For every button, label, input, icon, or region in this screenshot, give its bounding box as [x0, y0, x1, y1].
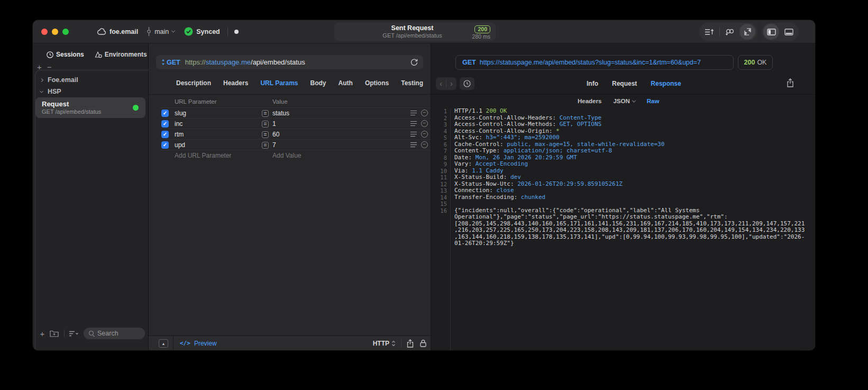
request-url-bar[interactable]: GET https://statuspage.me/api/embed/stat… — [156, 55, 423, 69]
response-view-tabs: Headers JSON Raw — [578, 95, 659, 107]
history-nav: ‹ › — [436, 77, 456, 90]
flow-button[interactable] — [721, 24, 737, 40]
preview-button[interactable]: Preview — [194, 340, 217, 347]
request-method[interactable]: GET — [167, 59, 180, 66]
minimize-button[interactable] — [52, 29, 58, 35]
sync-status[interactable]: Synced — [184, 27, 220, 36]
branch-selector[interactable]: main — [147, 27, 175, 36]
tab-description[interactable]: Description — [176, 79, 211, 87]
tab-headers[interactable]: Headers — [223, 79, 248, 87]
request-footer-bar: ▲ </> Preview HTTP — [149, 335, 431, 350]
param-name-field[interactable]: rtm — [175, 131, 184, 138]
remove-row-icon[interactable]: − — [421, 141, 428, 148]
lock-icon[interactable] — [420, 339, 426, 347]
tab-options[interactable]: Options — [365, 79, 389, 87]
titlebar-tools-group — [699, 23, 757, 41]
tree-item-foe-email[interactable]: Foe.email — [40, 75, 144, 85]
row-menu-icon[interactable] — [410, 142, 417, 148]
remove-row-icon[interactable]: − — [421, 120, 428, 127]
add-value-placeholder[interactable]: Add Value — [272, 152, 301, 159]
request-editor-pane: GET https://statuspage.me/api/embed/stat… — [149, 43, 431, 350]
sent-request-url-box[interactable]: GET https://statuspage.me/api/embed/stat… — [455, 55, 734, 70]
close-button[interactable] — [41, 29, 48, 35]
back-button[interactable]: ‹ — [440, 78, 442, 89]
remove-row-icon[interactable]: − — [421, 110, 428, 116]
sent-request-pill[interactable]: Sent Request GET /api/embed/status 200 2… — [334, 23, 496, 41]
project-menu[interactable]: foe.email — [97, 28, 138, 35]
param-name-field[interactable]: slug — [175, 110, 186, 117]
history-button[interactable] — [460, 77, 474, 90]
header-value: close — [496, 187, 514, 194]
window-controls — [41, 29, 69, 35]
param-value-field[interactable]: 7 — [272, 141, 276, 149]
chevron-right-icon — [40, 78, 43, 81]
add-param-placeholder[interactable]: Add URL Parameter — [175, 152, 232, 159]
param-checkbox[interactable]: ✓ — [161, 120, 169, 128]
header-value: h3=":443"; ma=2592000 — [486, 134, 560, 141]
request-list-button[interactable] — [701, 24, 717, 40]
protocol-stepper-icon[interactable] — [391, 340, 396, 347]
view-json-dropdown[interactable]: JSON — [613, 98, 635, 104]
param-name-field[interactable]: upd — [175, 141, 185, 149]
param-value-field[interactable]: 60 — [272, 131, 279, 138]
toggle-left-panel-button[interactable] — [763, 24, 779, 40]
line-number: 2 — [435, 115, 447, 122]
tree-item-label: Foe.email — [48, 76, 78, 84]
column-header-value: Value — [272, 98, 288, 105]
row-menu-icon[interactable] — [410, 121, 417, 126]
cloud-icon — [97, 28, 106, 35]
row-menu-icon[interactable] — [410, 110, 417, 116]
param-value-field[interactable]: 1 — [272, 120, 276, 128]
view-raw[interactable]: Raw — [647, 98, 660, 104]
tab-environments[interactable]: Environments — [95, 51, 147, 58]
tab-auth[interactable]: Auth — [339, 79, 353, 87]
tab-request[interactable]: Request — [612, 80, 637, 87]
export-response-button[interactable] — [787, 78, 794, 87]
tab-sessions[interactable]: Sessions — [47, 51, 84, 58]
header-value: Content-Type — [560, 114, 601, 121]
tab-body[interactable]: Body — [310, 79, 326, 87]
protocol-selector[interactable]: HTTP — [373, 340, 389, 347]
equals-icon: = — [262, 142, 269, 149]
search-placeholder: Search — [97, 330, 118, 337]
header-name: Access-Control-Allow-Origin: — [454, 128, 556, 134]
param-value-field[interactable]: status — [272, 110, 289, 117]
share-icon[interactable] — [407, 339, 414, 348]
view-json-label: JSON — [613, 98, 629, 104]
equals-icon: = — [262, 131, 269, 138]
new-folder-button[interactable] — [50, 330, 59, 337]
tab-testing[interactable]: Testing — [401, 79, 423, 87]
tab-response[interactable]: Response — [651, 80, 681, 87]
line-number: 4 — [435, 128, 447, 135]
response-url: https://statuspage.me/api/embed/status?s… — [480, 59, 701, 66]
sort-filter-button[interactable] — [69, 330, 79, 337]
tree-item-hsp[interactable]: HSP — [40, 87, 144, 96]
resend-refresh-icon[interactable] — [410, 58, 418, 66]
toggle-bottom-panel-button[interactable] — [781, 24, 797, 40]
param-checkbox[interactable]: ✓ — [161, 141, 169, 149]
maximize-button[interactable] — [62, 29, 69, 35]
search-input[interactable]: Search — [84, 328, 145, 339]
param-checkbox[interactable]: ✓ — [161, 110, 169, 117]
request-list-item-selected[interactable]: Request GET /api/embed/status — [35, 97, 145, 118]
collapse-panel-button[interactable]: ▲ — [159, 339, 168, 348]
import-export-button[interactable] — [739, 24, 755, 40]
equals-icon: = — [262, 121, 269, 128]
forward-button[interactable]: › — [450, 78, 453, 89]
tab-url-params[interactable]: URL Params — [260, 79, 298, 87]
request-url-input[interactable]: https://statuspage.me/api/embed/status — [185, 58, 305, 66]
row-menu-icon[interactable] — [410, 131, 417, 137]
folder-plus-icon — [50, 330, 59, 337]
param-name-field[interactable]: inc — [175, 120, 182, 128]
header-name: Via: — [454, 167, 472, 174]
tab-info[interactable]: Info — [587, 80, 598, 87]
view-headers[interactable]: Headers — [578, 98, 601, 104]
app-window: foe.email main Synced — [33, 20, 815, 350]
check-circle-icon — [184, 27, 193, 36]
param-checkbox[interactable]: ✓ — [161, 131, 169, 138]
toolbar-divider — [64, 330, 65, 337]
method-stepper-icon[interactable] — [161, 59, 165, 66]
remove-row-icon[interactable]: − — [421, 131, 428, 138]
add-request-button[interactable]: + — [38, 329, 47, 338]
response-json-body: {"incidents":null,"overall":{"code":"ope… — [454, 207, 807, 247]
